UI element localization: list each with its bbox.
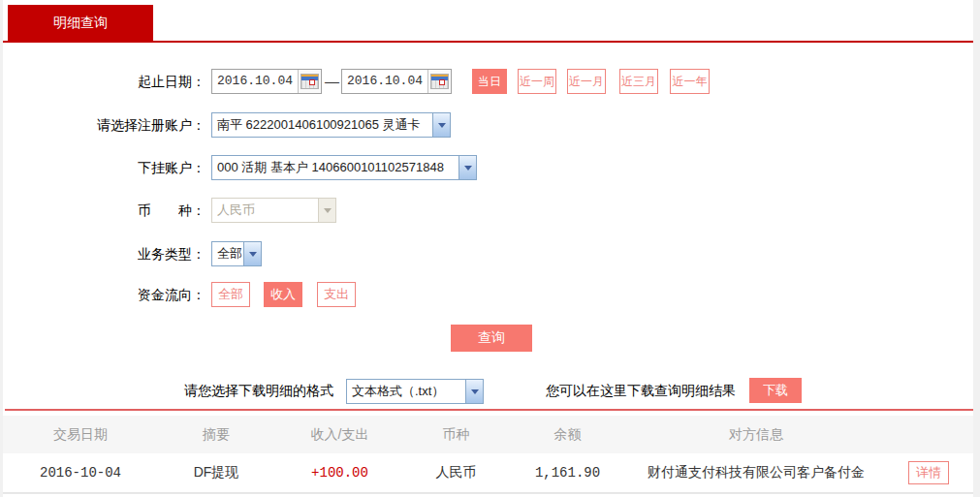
chevron-down-icon[interactable] xyxy=(458,156,476,179)
download-hint: 您可以在这里下载查询明细结果 xyxy=(546,378,736,403)
col-header-date: 交易日期 xyxy=(53,426,108,444)
detail-button[interactable]: 详情 xyxy=(908,461,949,484)
cell-amount: +100.00 xyxy=(311,465,368,481)
table-row: 2016-10-04 DF提现 +100.00 人民币 1,161.90 财付通… xyxy=(3,453,973,493)
end-date-calendar-button[interactable] xyxy=(427,70,451,93)
table-header: 交易日期 摘要 收入/支出 币种 余额 对方信息 xyxy=(3,416,973,453)
sub-account-value: 000 活期 基本户 1406600101102571848 xyxy=(212,156,458,179)
download-format-label: 请您选择下载明细的格式 xyxy=(184,378,333,403)
fund-flow-row: 资金流向： 全部 收入 支出 xyxy=(0,282,973,307)
quick-range-today-button[interactable]: 当日 xyxy=(472,69,507,94)
fund-flow-all-button[interactable]: 全部 xyxy=(211,282,250,307)
date-range-row: 起止日期： 2016.10.04 — 2016.10.04 当日 近一周 近一月… xyxy=(0,69,973,94)
sub-account-select[interactable]: 000 活期 基本户 1406600101102571848 xyxy=(211,155,477,180)
register-account-value: 南平 6222001406100921065 灵通卡 xyxy=(212,113,432,137)
start-date-calendar-button[interactable] xyxy=(298,70,321,93)
cell-currency: 人民币 xyxy=(436,464,477,481)
chevron-down-icon[interactable] xyxy=(243,242,261,265)
sub-account-label: 下挂账户： xyxy=(0,155,205,180)
fund-flow-income-button[interactable]: 收入 xyxy=(264,282,302,307)
date-range-separator: — xyxy=(325,69,339,94)
fund-flow-label: 资金流向： xyxy=(0,282,205,307)
cell-balance: 1,161.90 xyxy=(535,465,600,481)
register-account-row: 请选择注册账户： 南平 6222001406100921065 灵通卡 xyxy=(0,112,973,138)
tab-bar: 明细查询 xyxy=(3,0,973,43)
download-row: 请您选择下载明细的格式 文本格式（.txt） 您可以在这里下载查询明细结果 下载 xyxy=(0,378,973,403)
cell-summary: DF提现 xyxy=(194,464,239,481)
business-type-select[interactable]: 全部 xyxy=(211,241,262,266)
page-right-gutter xyxy=(973,0,980,497)
download-button[interactable]: 下载 xyxy=(749,378,802,403)
fund-flow-expense-button[interactable]: 支出 xyxy=(317,282,356,307)
col-header-counterparty: 对方信息 xyxy=(729,426,783,444)
cell-date: 2016-10-04 xyxy=(40,465,121,481)
business-type-value: 全部 xyxy=(212,242,243,265)
sub-account-row: 下挂账户： 000 活期 基本户 1406600101102571848 xyxy=(0,155,973,180)
quick-range-last-month-button[interactable]: 近一月 xyxy=(567,69,606,94)
currency-select: 人民币 xyxy=(211,198,336,223)
quick-range-last-year-button[interactable]: 近一年 xyxy=(670,69,710,94)
col-header-currency: 币种 xyxy=(443,426,470,444)
col-header-balance: 余额 xyxy=(554,426,582,444)
calendar-icon xyxy=(300,74,319,89)
chevron-down-icon[interactable] xyxy=(465,380,483,403)
start-date-value: 2016.10.04 xyxy=(212,70,298,93)
register-account-label: 请选择注册账户： xyxy=(0,112,205,138)
end-date-value: 2016.10.04 xyxy=(342,70,427,93)
business-type-row: 业务类型： 全部 xyxy=(0,241,973,266)
chevron-down-icon[interactable] xyxy=(432,113,450,137)
end-date-input[interactable]: 2016.10.04 xyxy=(341,69,452,94)
currency-label: 币 种： xyxy=(0,198,205,223)
chevron-down-icon xyxy=(318,199,335,222)
download-format-select[interactable]: 文本格式（.txt） xyxy=(346,379,484,404)
page-bottom-line xyxy=(3,493,973,494)
download-format-value: 文本格式（.txt） xyxy=(347,380,465,403)
quick-range-last-week-button[interactable]: 近一周 xyxy=(518,69,556,94)
cell-counterparty: 财付通支付科技有限公司客户备付金 xyxy=(648,464,865,481)
currency-value: 人民币 xyxy=(212,199,318,222)
quick-range-3-months-button[interactable]: 近三月 xyxy=(619,69,658,94)
col-header-summary: 摘要 xyxy=(203,426,230,444)
calendar-icon xyxy=(430,74,449,89)
query-button[interactable]: 查询 xyxy=(451,325,532,352)
date-range-label: 起止日期： xyxy=(0,69,205,94)
start-date-input[interactable]: 2016.10.04 xyxy=(211,69,322,94)
business-type-label: 业务类型： xyxy=(0,241,205,266)
register-account-select[interactable]: 南平 6222001406100921065 灵通卡 xyxy=(211,112,451,138)
tab-detail-query[interactable]: 明细查询 xyxy=(8,5,153,41)
col-header-amount: 收入/支出 xyxy=(311,426,369,444)
table-top-divider xyxy=(5,409,973,411)
currency-row: 币 种： 人民币 xyxy=(0,198,973,223)
